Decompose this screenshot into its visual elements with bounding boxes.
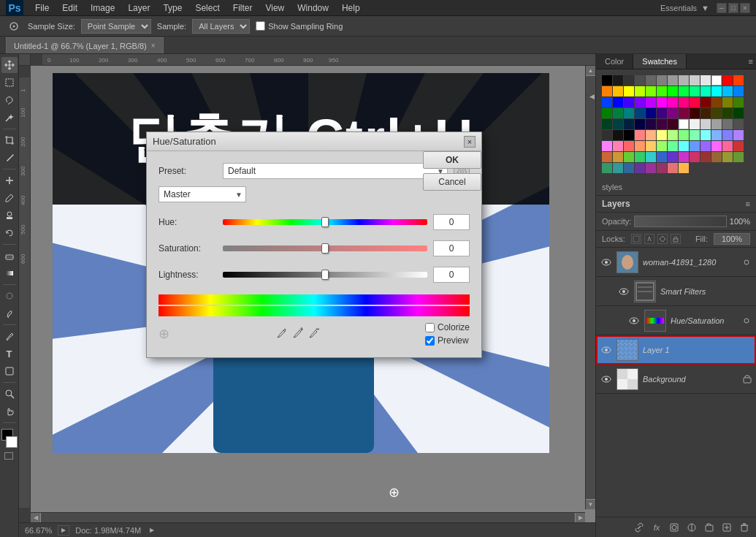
swatch-item[interactable] <box>733 86 744 96</box>
swatch-item[interactable] <box>624 97 634 107</box>
swatch-item[interactable] <box>700 108 711 118</box>
restore-button[interactable]: □ <box>728 3 738 13</box>
swatch-item[interactable] <box>635 119 645 129</box>
swatch-item[interactable] <box>733 97 744 107</box>
cancel-button[interactable]: Cancel <box>423 173 481 191</box>
lock-position-icon[interactable] <box>657 234 668 244</box>
scrollbar-up[interactable]: ▲ <box>586 66 595 76</box>
swatch-item[interactable] <box>700 86 711 96</box>
layer-item-woman[interactable]: woman-41891_1280 <box>596 248 756 277</box>
swatch-item[interactable] <box>646 163 656 173</box>
swatch-item[interactable] <box>613 75 623 85</box>
swatch-item[interactable] <box>613 152 623 162</box>
hue-slider-thumb[interactable] <box>321 217 329 227</box>
quick-mask-toggle[interactable] <box>4 452 15 460</box>
tab-close-button[interactable]: × <box>151 42 156 50</box>
horizontal-scrollbar[interactable]: ◀ ▶ <box>31 512 585 522</box>
swatch-item[interactable] <box>690 119 700 129</box>
swatch-cyan[interactable] <box>711 86 722 96</box>
layer-item-background[interactable]: Background <box>596 365 756 394</box>
swatch-item[interactable] <box>646 152 656 162</box>
gradient-tool[interactable] <box>1 265 18 281</box>
crop-tool[interactable] <box>1 132 18 148</box>
layer-fx-button[interactable]: fx <box>649 520 664 535</box>
swatch-purple[interactable] <box>668 108 678 118</box>
saturation-slider-thumb[interactable] <box>321 243 329 254</box>
scrollbar-left[interactable]: ◀ <box>31 513 41 522</box>
swatch-item[interactable] <box>690 86 700 96</box>
swatch-item[interactable] <box>613 141 623 151</box>
layer-item-layer1[interactable]: Layer 1 <box>596 335 756 365</box>
swatch-item[interactable] <box>602 163 612 173</box>
lock-transparent-icon[interactable] <box>631 234 641 244</box>
swatch-item[interactable] <box>624 130 634 140</box>
layer1-vis[interactable] <box>600 344 612 356</box>
swatch-item[interactable] <box>668 119 678 129</box>
swatch-item[interactable] <box>646 97 656 107</box>
layer-mask-button[interactable] <box>667 520 681 535</box>
tab-swatches[interactable]: Swatches <box>633 54 687 69</box>
zoom-tool[interactable] <box>1 386 18 402</box>
swatch-item[interactable] <box>722 130 733 140</box>
channel-select[interactable]: Master ▼ <box>159 186 246 202</box>
swatch-item[interactable] <box>679 152 689 162</box>
swatch-item[interactable] <box>613 163 623 173</box>
menu-image[interactable]: Image <box>85 1 121 15</box>
preview-checkbox-label[interactable]: Preview <box>425 335 470 346</box>
swatch-item[interactable] <box>613 86 623 96</box>
swatch-item[interactable] <box>733 75 744 85</box>
layer-options-icon[interactable] <box>741 257 752 267</box>
hue-dialog-close-button[interactable]: × <box>464 136 476 148</box>
healing-tool[interactable] <box>1 172 18 188</box>
swatch-item[interactable] <box>700 119 711 129</box>
swatch-item[interactable] <box>657 86 667 96</box>
menu-filter[interactable]: Filter <box>227 1 259 15</box>
swatch-item[interactable] <box>646 75 656 85</box>
saturation-slider-track[interactable] <box>223 245 427 251</box>
swatch-item[interactable] <box>711 97 722 107</box>
layer-item-hue-sat[interactable]: Hue/Saturation <box>596 306 756 335</box>
subtract-picker-icon[interactable] <box>308 327 319 342</box>
marquee-tool[interactable] <box>1 75 18 91</box>
swatch-item[interactable] <box>679 163 689 173</box>
blur-tool[interactable] <box>1 288 18 304</box>
swatch-item[interactable] <box>700 152 711 162</box>
sample-size-select[interactable]: Point Sample <box>81 19 151 34</box>
menu-select[interactable]: Select <box>189 1 225 15</box>
panel-collapse-button[interactable]: ◀ <box>588 88 595 105</box>
swatch-item[interactable] <box>635 163 645 173</box>
layer-adj-button[interactable] <box>684 520 699 535</box>
lightness-slider-track[interactable] <box>223 272 427 278</box>
swatch-item[interactable] <box>657 75 667 85</box>
stamp-tool[interactable] <box>1 207 18 224</box>
eyedropper-tool[interactable] <box>1 150 18 166</box>
pen-tool[interactable] <box>1 328 18 344</box>
swatch-item[interactable] <box>646 119 656 129</box>
swatch-item[interactable] <box>602 152 612 162</box>
swatch-teal[interactable] <box>624 108 634 118</box>
swatch-item[interactable] <box>668 97 678 107</box>
swatch-item[interactable] <box>690 97 700 107</box>
swatch-item[interactable] <box>613 108 623 118</box>
minimize-button[interactable]: ─ <box>717 3 727 13</box>
hue-slider-track[interactable] <box>223 219 427 225</box>
swatch-item[interactable] <box>722 141 733 151</box>
sample-picker-icon[interactable] <box>275 327 287 342</box>
swatch-item[interactable] <box>668 130 678 140</box>
tab-color[interactable]: Color <box>596 54 633 69</box>
sample-select[interactable]: All Layers <box>192 19 250 34</box>
swatch-black[interactable] <box>602 75 612 85</box>
swatch-item[interactable] <box>624 152 634 162</box>
swatch-item[interactable] <box>624 163 634 173</box>
swatch-item[interactable] <box>733 119 744 129</box>
hand-tool[interactable] <box>1 403 18 419</box>
swatch-item[interactable] <box>657 119 667 129</box>
scrollbar-down[interactable]: ▼ <box>586 499 595 509</box>
swatch-item[interactable] <box>657 108 667 118</box>
layer-new-button[interactable] <box>719 520 734 535</box>
swatch-item[interactable] <box>722 152 733 162</box>
fill-input[interactable]: 100% <box>714 233 750 245</box>
add-picker-icon[interactable] <box>291 327 303 342</box>
saturation-value-input[interactable]: 0 <box>433 240 470 256</box>
swatch-blue[interactable] <box>613 97 623 107</box>
